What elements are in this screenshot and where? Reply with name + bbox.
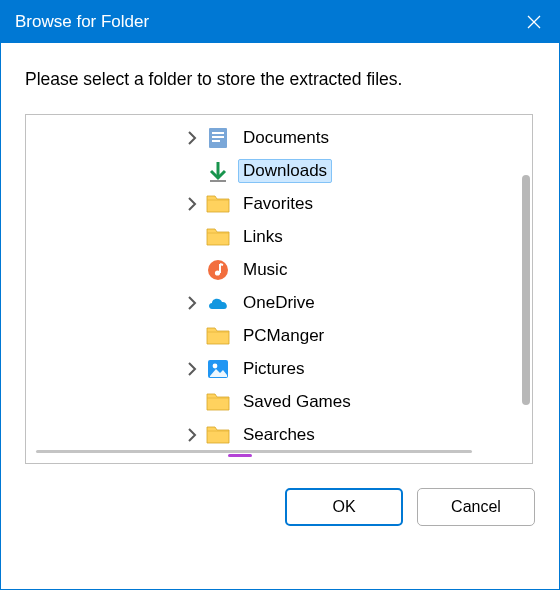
tree-item-music[interactable]: Music: [26, 253, 508, 286]
tree-item-label: Links: [238, 225, 288, 249]
folder-icon: [204, 423, 232, 447]
tree-item-label: Searches: [238, 423, 320, 447]
titlebar: Browse for Folder: [1, 1, 559, 43]
horizontal-scrollbar[interactable]: [36, 450, 472, 453]
folder-icon: [204, 390, 232, 414]
chevron-right-icon[interactable]: [180, 361, 204, 377]
tree-item-label: Saved Games: [238, 390, 356, 414]
music-icon: [204, 258, 232, 282]
vertical-scrollbar[interactable]: [522, 175, 530, 405]
tree-item-label: PCManger: [238, 324, 329, 348]
tree-item-label: OneDrive: [238, 291, 320, 315]
onedrive-icon: [204, 291, 232, 315]
cancel-button[interactable]: Cancel: [417, 488, 535, 526]
close-button[interactable]: [509, 1, 559, 43]
folder-icon: [204, 324, 232, 348]
dialog-content: Please select a folder to store the extr…: [1, 43, 559, 464]
tree-item-favorites[interactable]: Favorites: [26, 187, 508, 220]
tree-item-label: Favorites: [238, 192, 318, 216]
downloads-icon: [204, 159, 232, 183]
tree-item-documents[interactable]: Documents: [26, 121, 508, 154]
tree-item-downloads[interactable]: Downloads: [26, 154, 508, 187]
tree-item-pictures[interactable]: Pictures: [26, 352, 508, 385]
instruction-text: Please select a folder to store the extr…: [25, 69, 535, 90]
chevron-right-icon[interactable]: [180, 427, 204, 443]
ok-button[interactable]: OK: [285, 488, 403, 526]
tree-item-pcmanger[interactable]: PCManger: [26, 319, 508, 352]
tree-item-label: Music: [238, 258, 292, 282]
dialog-buttons: OK Cancel: [1, 464, 559, 526]
tree-item-onedrive[interactable]: OneDrive: [26, 286, 508, 319]
tree-scroll-area[interactable]: DocumentsDownloadsFavoritesLinksMusicOne…: [26, 115, 532, 463]
chevron-right-icon[interactable]: [180, 130, 204, 146]
chevron-right-icon[interactable]: [180, 196, 204, 212]
tree-item-searches[interactable]: Searches: [26, 418, 508, 451]
tree-item-links[interactable]: Links: [26, 220, 508, 253]
tree-item-label: Downloads: [238, 159, 332, 183]
tree-item-saved-games[interactable]: Saved Games: [26, 385, 508, 418]
folder-icon: [204, 225, 232, 249]
close-icon: [527, 15, 541, 29]
tree-item-label: Documents: [238, 126, 334, 150]
window-title: Browse for Folder: [15, 12, 149, 32]
tree-item-label: Pictures: [238, 357, 309, 381]
folder-tree: DocumentsDownloadsFavoritesLinksMusicOne…: [25, 114, 533, 464]
pictures-icon: [204, 357, 232, 381]
folder-icon: [204, 192, 232, 216]
documents-icon: [204, 126, 232, 150]
chevron-right-icon[interactable]: [180, 295, 204, 311]
